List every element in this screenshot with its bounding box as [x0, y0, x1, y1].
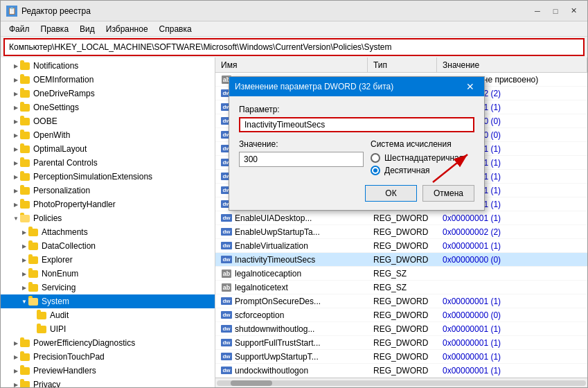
folder-icon [20, 338, 31, 348]
radio-hex-label[interactable]: Шестнадцатеричная [371, 153, 474, 163]
horizontal-scrollbar[interactable] [215, 378, 587, 387]
reg-value-shutdown: 0x00000001 (1) [437, 322, 587, 335]
reg-name-uiadesktop: dw EnableUIADesktop... [215, 211, 368, 224]
tree-item-privacy[interactable]: ▶ Privacy [1, 378, 215, 387]
reg-row-uiadesktop[interactable]: dw EnableUIADesktop... REG_DWORD 0x00000… [215, 211, 587, 225]
dialog-close-button[interactable]: ✕ [462, 78, 479, 95]
maximize-button[interactable]: □ [547, 3, 564, 19]
reg-type-supportuwp: REG_DWORD [368, 350, 437, 363]
tree-item-oobe[interactable]: ▶ OOBE [1, 114, 215, 128]
expand-arrow: ▶ [12, 89, 20, 98]
reg-row-legalcaption[interactable]: ab legalnoticecaption REG_SZ [215, 267, 587, 281]
reg-value-uwpstartup: 0x00000002 (2) [437, 225, 587, 238]
folder-icon [20, 172, 31, 182]
reg-icon-dword: dw [221, 240, 232, 252]
reg-icon-ab: ab [221, 282, 232, 293]
menu-favorites[interactable]: Избранное [100, 23, 154, 35]
expand-arrow: ▶ [12, 117, 20, 125]
tree-item-explorer[interactable]: ▶ Explorer [1, 253, 215, 267]
reg-row-supportfull[interactable]: dw SupportFullTrustStart... REG_DWORD 0x… [215, 336, 587, 350]
tree-item-powerdiag[interactable]: ▶ PowerEfficiencyDiagnostics [1, 336, 215, 350]
tree-item-oeminformation[interactable]: ▶ OEMInformation [1, 73, 215, 87]
tree-item-onedriveramps[interactable]: ▶ OneDriveRamps [1, 87, 215, 100]
minimize-button[interactable]: ─ [529, 3, 546, 19]
folder-icon [28, 227, 39, 237]
reg-name-undock: dw undockwithoutlogon [215, 364, 368, 377]
ok-button[interactable]: ОК [365, 185, 417, 202]
reg-name-legaltext: ab legalnoticetext [215, 281, 368, 294]
radio-hex-circle[interactable] [371, 153, 380, 163]
reg-type-uwpstartup: REG_DWORD [368, 225, 437, 238]
reg-icon-dword: dw [221, 337, 232, 349]
value-label: Значение: [239, 139, 364, 149]
expand-arrow: ▶ [20, 283, 28, 292]
tree-item-notifications[interactable]: ▶ Notifications [1, 59, 215, 73]
dialog-row: Значение: Система исчисления Шестнадцате… [239, 139, 474, 175]
tree-item-personalization[interactable]: ▶ Personalization [1, 184, 215, 197]
tree-label: Policies [33, 213, 62, 223]
tree-label: Attachments [42, 227, 88, 237]
radio-dec-circle[interactable] [371, 166, 380, 175]
tree-item-openwith[interactable]: ▶ OpenWith [1, 128, 215, 142]
tree-item-photoproperty[interactable]: ▶ PhotoPropertyHandler [1, 197, 215, 211]
reg-name-shutdown: dw shutdownwithoutlog... [215, 322, 368, 335]
tree-item-nonenum[interactable]: ▶ NonEnum [1, 267, 215, 281]
reg-row-legaltext[interactable]: ab legalnoticetext REG_SZ [215, 281, 587, 294]
expand-arrow: ▶ [20, 270, 28, 278]
menu-file[interactable]: Файл [3, 23, 35, 35]
reg-row-shutdown[interactable]: dw shutdownwithoutlog... REG_DWORD 0x000… [215, 322, 587, 336]
tree-label: OneSettings [33, 103, 79, 112]
reg-row-supportuwp[interactable]: dw SupportUwpStartupT... REG_DWORD 0x000… [215, 350, 587, 364]
reg-name-uwpstartup: dw EnableUwpStartupTa... [215, 225, 368, 238]
expand-arrow: ▶ [20, 228, 28, 236]
tree-item-onesettings[interactable]: ▶ OneSettings [1, 100, 215, 114]
scroll-thumb[interactable] [231, 380, 272, 386]
tree-label: PrecisionTouchPad [33, 352, 105, 362]
reg-row-undock[interactable]: dw undockwithoutlogon REG_DWORD 0x000000… [215, 364, 587, 378]
tree-item-previewhandlers[interactable]: ▶ PreviewHandlers [1, 364, 215, 378]
reg-row-uwpstartup[interactable]: dw EnableUwpStartupTa... REG_DWORD 0x000… [215, 225, 587, 239]
reg-row-inactivity[interactable]: dw InactivityTimeoutSecs REG_DWORD 0x000… [215, 253, 587, 267]
tree-panel[interactable]: ▶ Notifications ▶ OEMInformation ▶ OneDr… [1, 58, 215, 387]
tree-item-parental[interactable]: ▶ Parental Controls [1, 156, 215, 170]
value-input[interactable] [239, 152, 364, 167]
reg-type-uiadesktop: REG_DWORD [368, 211, 437, 224]
reg-row-scforce[interactable]: dw scforceoption REG_DWORD 0x00000000 (0… [215, 308, 587, 322]
radio-dec-label[interactable]: Десятичная [371, 166, 474, 175]
reg-value-uiadesktop: 0x00000001 (1) [437, 211, 587, 224]
tree-item-policies[interactable]: ▼ Policies [1, 211, 215, 225]
menu-edit[interactable]: Правка [35, 23, 75, 35]
reg-value-scforce: 0x00000000 (0) [437, 308, 587, 321]
cancel-button[interactable]: Отмена [422, 185, 474, 202]
tree-label: Notifications [33, 61, 78, 71]
reg-name-inactivity: dw InactivityTimeoutSecs [215, 253, 368, 266]
folder-icon [20, 352, 31, 362]
tree-item-servicing[interactable]: ▶ Servicing [1, 281, 215, 294]
expand-arrow: ▼ [12, 214, 20, 222]
folder-icon [20, 158, 31, 168]
close-button[interactable]: ✕ [565, 3, 582, 19]
tree-label: PowerEfficiencyDiagnostics [33, 338, 135, 348]
param-input[interactable] [239, 117, 474, 132]
menu-help[interactable]: Справка [154, 23, 197, 35]
tree-item-uipi[interactable]: ▶ UIPI [1, 322, 215, 336]
folder-icon [28, 283, 39, 292]
reg-type-supportfull: REG_DWORD [368, 336, 437, 349]
reg-row-virtual[interactable]: dw EnableVirtualization REG_DWORD 0x0000… [215, 239, 587, 253]
tree-item-audit[interactable]: ▶ Audit [1, 308, 215, 322]
reg-row-promptsecure[interactable]: dw PromptOnSecureDes... REG_DWORD 0x0000… [215, 294, 587, 308]
title-bar-buttons: ─ □ ✕ [529, 3, 582, 19]
address-bar: Компьютер\HKEY_LOCAL_MACHINE\SOFTWARE\Mi… [3, 38, 585, 56]
tree-item-perception[interactable]: ▶ PerceptionSimulationExtensions [1, 170, 215, 184]
tree-item-attachments[interactable]: ▶ Attachments [1, 225, 215, 239]
tree-item-system[interactable]: ▼ System [1, 294, 215, 308]
tree-label: Privacy [33, 380, 60, 387]
folder-icon [20, 200, 31, 209]
tree-item-datacollection[interactable]: ▶ DataCollection [1, 239, 215, 253]
app-icon: 📋 [6, 6, 17, 17]
reg-value-supportfull: 0x00000001 (1) [437, 336, 587, 349]
menu-view[interactable]: Вид [74, 23, 100, 35]
tree-item-optimallayout[interactable]: ▶ OptimalLayout [1, 142, 215, 156]
tree-item-precisiontouch[interactable]: ▶ PrecisionTouchPad [1, 350, 215, 364]
reg-name-virtual: dw EnableVirtualization [215, 239, 368, 252]
